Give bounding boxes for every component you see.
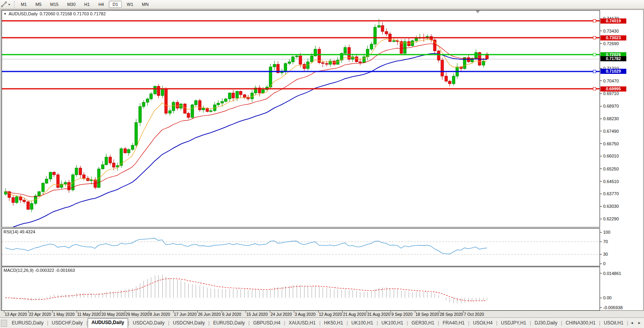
chart-tab[interactable]: EURUSD,Daily (8, 319, 47, 328)
chart-tab[interactable]: EURUSD,Daily (209, 319, 248, 328)
chart-tab[interactable]: USOil,H4 (470, 319, 496, 328)
chart-tab[interactable]: FRA40,H1 (439, 319, 468, 328)
axis-tick-mark (600, 143, 602, 144)
axis-tick-mark (600, 232, 602, 233)
price-axis-label: 0.72690 (603, 41, 619, 46)
axis-tick-mark (600, 81, 602, 81)
time-axis-label: 6 Jul 2020 (222, 312, 241, 317)
level-price-badge[interactable]: 0.71029 (600, 69, 626, 74)
rsi-canvas[interactable] (2, 229, 600, 266)
axis-tick-mark (600, 307, 602, 308)
level-price-badge[interactable]: 0.73023 (600, 35, 626, 40)
timeframe-button-h4[interactable]: H4 (95, 1, 107, 8)
price-axis-label: 0.63030 (603, 204, 619, 209)
time-axis-tick (439, 311, 439, 313)
chart-tab[interactable]: USDJPY,H1 (497, 319, 530, 328)
chart-symbol-period: AUDUSD,Daily (9, 11, 38, 16)
chart-tab[interactable]: USOil,H1 (600, 319, 627, 328)
time-axis-tick (391, 311, 391, 313)
time-axis-label: 11 May 2020 (77, 312, 101, 317)
chart-window: ▼ AUDUSD,Daily 0.72060 0.72168 0.71703 0… (1, 9, 644, 311)
timeframe-button-d1[interactable]: D1 (109, 1, 121, 8)
axis-tick-mark (600, 31, 602, 31)
dropdown-caret-icon[interactable]: ▼ (7, 3, 12, 6)
level-price-badge[interactable]: 0.69995 (600, 86, 626, 92)
time-axis-tick (149, 311, 149, 313)
time-axis-tick (294, 311, 294, 313)
tab-bar-lead-spacer (1, 320, 7, 327)
rsi-axis-label: 0 (603, 261, 605, 266)
time-axis-tick (342, 311, 343, 313)
timeframe-button-m15[interactable]: M15 (47, 1, 62, 8)
timeframe-button-mn[interactable]: MN (138, 1, 152, 8)
chart-tab-bar: EURUSD,Daily|USDCHF,Daily|AUDUSD,Daily|U… (0, 317, 644, 328)
macd-axis-label: -0.005938 (603, 305, 623, 310)
timeframe-button-m1[interactable]: M1 (17, 1, 30, 8)
price-axis-label: 0.73430 (603, 29, 619, 33)
time-axis-tick (222, 311, 222, 313)
chart-tab[interactable]: USDCAD,Daily (129, 319, 168, 328)
tabs-scroll-right-button[interactable]: ► (636, 321, 643, 328)
rsi-axis-label: 100 (603, 230, 610, 235)
rsi-label: RSI(14) 49.4324 (4, 229, 35, 234)
axis-tick-mark (600, 93, 602, 94)
axis-tick-mark (600, 119, 602, 119)
timeframe-button-w1[interactable]: W1 (123, 1, 137, 8)
axis-tick-mark (600, 43, 602, 44)
time-axis-tick (77, 311, 77, 313)
time-axis-tick (28, 311, 29, 313)
price-axis-label: 0.63770 (603, 191, 619, 196)
time-axis-label: 9 Sep 2020 (391, 312, 413, 317)
chart-tab[interactable]: UK100,H1 (378, 319, 407, 328)
chart-tab[interactable]: AUDUSD,Daily (88, 318, 128, 328)
time-axis-tick (246, 311, 246, 313)
chart-tab[interactable]: XAUUSD,H1 (285, 319, 319, 328)
price-axis-label: 0.62290 (603, 216, 619, 221)
time-axis-tick (318, 311, 319, 313)
chart-tab[interactable]: GER30,H1 (408, 319, 438, 328)
macd-axis-label: 0.014861 (603, 271, 621, 276)
timeframe-button-m5[interactable]: M5 (32, 1, 45, 8)
price-pane[interactable]: ▼ AUDUSD,Daily 0.72060 0.72168 0.71703 0… (2, 10, 600, 227)
time-axis[interactable]: 13 Apr 202022 Apr 20201 May 202011 May 2… (1, 311, 643, 317)
chart-tab[interactable]: HK50,H1 (321, 319, 347, 328)
time-axis-label: 26 Jun 2020 (198, 312, 221, 317)
macd-canvas[interactable] (2, 267, 600, 310)
current-price-badge[interactable]: 0.71782 (600, 56, 626, 61)
time-axis-tick (463, 311, 464, 313)
time-axis-tick (367, 311, 367, 313)
timeframe-buttons: M1M5M15M30H1H4D1W1MN (17, 1, 153, 8)
time-axis-tick (125, 311, 125, 313)
price-axis-label: 0.64510 (603, 179, 619, 184)
line-style-icon[interactable] (0, 1, 7, 7)
chart-shift-marker[interactable] (476, 11, 480, 13)
chart-tab[interactable]: DJ30,Daily (531, 319, 561, 328)
price-axis-label: 0.66010 (603, 154, 619, 158)
macd-label: MACD(12,26,9) -0.000322 -0.001663 (4, 268, 75, 273)
chart-tab[interactable]: USDCHF,Daily (48, 319, 86, 328)
timeframe-toolbar: ▼ M1M5M15M30H1H4D1W1MN (0, 0, 644, 9)
macd-pane[interactable]: MACD(12,26,9) -0.000322 -0.001663 (2, 267, 600, 311)
level-price-badge[interactable]: 0.74019 (600, 18, 626, 24)
price-axis-label: 0.69710 (603, 91, 619, 96)
time-axis-label: 17 Jun 2020 (174, 312, 197, 317)
rsi-axis-label: 30 (603, 252, 608, 257)
tabs-scroll-left-button[interactable]: ◄ (628, 321, 636, 328)
toolbar-grip[interactable] (14, 1, 15, 7)
title-dropdown-icon[interactable]: ▼ (4, 12, 7, 16)
chart-tab[interactable]: USDCNH,Daily (169, 319, 208, 328)
timeframe-button-m30[interactable]: M30 (64, 1, 79, 8)
rsi-pane[interactable]: RSI(14) 49.4324 (2, 228, 600, 266)
chart-tab[interactable]: GBPUSD,H4 (250, 319, 284, 328)
timeframe-button-h1[interactable]: H1 (81, 1, 93, 8)
axis-tick-mark (600, 298, 602, 298)
price-axis-label: 0.67490 (603, 129, 619, 134)
price-canvas[interactable] (2, 11, 600, 227)
time-axis-tick (52, 311, 53, 313)
time-axis-label: 31 Aug 2020 (367, 312, 391, 317)
price-axis[interactable]: 0.741700.734300.726900.719500.712100.704… (600, 10, 643, 310)
chart-tab[interactable]: UK100,H1 (348, 319, 376, 328)
time-axis-tick (270, 311, 270, 313)
axis-tick-mark (600, 264, 602, 264)
chart-tab[interactable]: CHINA300,H1 (562, 319, 599, 328)
